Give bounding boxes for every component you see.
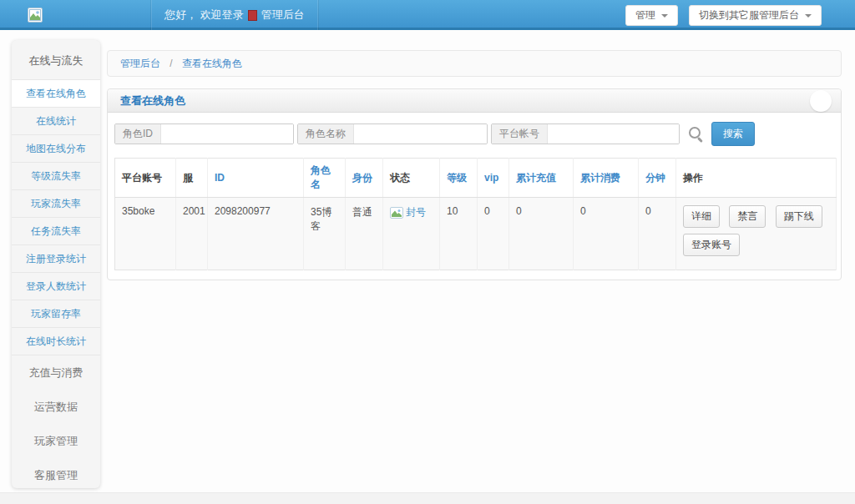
welcome-suffix: 管理后台: [261, 0, 305, 30]
manage-dropdown-label: 管理: [635, 8, 655, 23]
sidebar-item-login-count-stats[interactable]: 登录人数统计: [12, 272, 100, 300]
cell-actions: 详细 禁言 踢下线 登录账号: [676, 198, 837, 270]
cell-total-consume: 0: [574, 198, 639, 270]
cell-server: 2001: [176, 198, 208, 270]
col-vip[interactable]: vip: [478, 159, 509, 198]
col-identity[interactable]: 身份: [346, 159, 383, 198]
broken-image-badge-icon: [248, 10, 257, 21]
role-id-input-group: 角色ID: [114, 123, 294, 144]
cell-role-name: 35博客: [304, 198, 346, 270]
breadcrumb-separator: /: [169, 58, 172, 69]
chevron-down-icon: [805, 14, 812, 21]
online-roles-table: 平台账号 服 ID 角色名 身份 状态 等级 vip 累计充值 累计消费 分钟 …: [114, 158, 837, 270]
search-button[interactable]: 搜索: [711, 122, 755, 146]
cell-id: 2098200977: [208, 198, 304, 270]
role-name-label: 角色名称: [298, 124, 354, 144]
sidebar-section-player-management[interactable]: 玩家管理: [12, 424, 100, 458]
col-minutes[interactable]: 分钟: [639, 159, 676, 198]
col-server: 服: [176, 159, 208, 198]
cell-identity: 普通: [346, 198, 383, 270]
chevron-down-icon: [661, 14, 668, 21]
switch-server-dropdown-button[interactable]: 切换到其它服管理后台: [689, 5, 822, 26]
topbar: 您好， 欢迎登录 管理后台 管理 切换到其它服管理后台: [0, 0, 855, 30]
sidebar-item-player-churn-rate[interactable]: 玩家流失率: [12, 189, 100, 217]
admin-backend-screen: 您好， 欢迎登录 管理后台 管理 切换到其它服管理后台 在线与流失 查看在线角色…: [0, 0, 855, 504]
ban-account-link[interactable]: 封号: [406, 205, 426, 219]
col-id[interactable]: ID: [208, 159, 304, 198]
panel-toggle-circle[interactable]: [810, 90, 832, 112]
cell-total-recharge: 0: [509, 198, 574, 270]
sidebar-item-online-duration-stats[interactable]: 在线时长统计: [12, 327, 100, 355]
kick-offline-button[interactable]: 踢下线: [776, 205, 822, 228]
platform-account-input[interactable]: [548, 124, 679, 144]
sidebar-item-online-stats[interactable]: 在线统计: [12, 107, 100, 134]
cell-status: 封号: [383, 198, 440, 270]
sidebar-item-quest-churn-rate[interactable]: 任务流失率: [12, 217, 100, 244]
sidebar-item-level-churn-rate[interactable]: 等级流失率: [12, 162, 100, 189]
panel-title: 查看在线角色: [120, 93, 185, 108]
breadcrumb: 管理后台 / 查看在线角色: [107, 50, 842, 77]
login-account-button[interactable]: 登录账号: [683, 234, 740, 256]
page-footer-strip: [0, 492, 855, 504]
sidebar-item-map-online-distribution[interactable]: 地图在线分布: [12, 134, 100, 162]
table-row: 35boke 2001 2098200977 35博客 普通: [115, 198, 837, 270]
welcome-text: 您好， 欢迎登录 管理后台: [150, 0, 319, 30]
broken-image-icon: [28, 8, 43, 23]
switch-server-label: 切换到其它服管理后台: [699, 8, 799, 23]
broken-image-icon: [390, 207, 403, 219]
cell-level: 10: [440, 198, 478, 270]
role-name-input[interactable]: [354, 124, 487, 144]
sidebar-section-online-churn[interactable]: 在线与流失: [12, 40, 100, 79]
search-form: 角色ID 角色名称 平台帐号 搜索: [108, 113, 841, 150]
welcome-prefix: 您好， 欢迎登录: [164, 0, 244, 30]
sidebar-item-register-login-stats[interactable]: 注册登录统计: [12, 244, 100, 272]
cell-vip: 0: [478, 198, 509, 270]
sidebar-section-operations-data[interactable]: 运营数据: [12, 390, 100, 424]
search-icon[interactable]: [687, 125, 706, 144]
breadcrumb-root-link[interactable]: 管理后台: [120, 58, 160, 69]
sidebar-item-player-retention-rate[interactable]: 玩家留存率: [12, 300, 100, 327]
col-actions: 操作: [676, 159, 837, 198]
manage-dropdown-button[interactable]: 管理: [625, 5, 678, 26]
role-id-label: 角色ID: [115, 124, 161, 144]
breadcrumb-current-link[interactable]: 查看在线角色: [182, 58, 242, 69]
topbar-actions: 管理 切换到其它服管理后台: [625, 5, 822, 26]
detail-button[interactable]: 详细: [683, 205, 720, 228]
col-level[interactable]: 等级: [440, 159, 478, 198]
cell-platform-account: 35boke: [115, 198, 176, 270]
role-name-input-group: 角色名称: [297, 123, 488, 144]
col-total-consume[interactable]: 累计消费: [574, 159, 639, 198]
col-platform-account: 平台账号: [115, 159, 176, 198]
role-id-input[interactable]: [161, 124, 293, 144]
col-status: 状态: [383, 159, 440, 198]
panel-header: 查看在线角色: [108, 89, 841, 113]
col-role-name[interactable]: 角色名: [304, 159, 346, 198]
cell-minutes: 0: [639, 198, 676, 270]
col-total-recharge[interactable]: 累计充值: [509, 159, 574, 198]
mute-button[interactable]: 禁言: [729, 205, 766, 228]
results-table-wrap: 平台账号 服 ID 角色名 身份 状态 等级 vip 累计充值 累计消费 分钟 …: [108, 150, 841, 270]
sidebar-section-recharge-consume[interactable]: 充值与消费: [12, 355, 100, 390]
platform-account-input-group: 平台帐号: [491, 123, 680, 144]
sidebar: 在线与流失 查看在线角色 在线统计 地图在线分布 等级流失率 玩家流失率 任务流…: [12, 40, 100, 488]
table-header-row: 平台账号 服 ID 角色名 身份 状态 等级 vip 累计充值 累计消费 分钟 …: [115, 159, 837, 198]
sidebar-section-customer-service[interactable]: 客服管理: [12, 458, 100, 488]
main-content: 管理后台 / 查看在线角色 查看在线角色 角色ID 角色名称 平台帐号: [107, 50, 842, 280]
platform-account-label: 平台帐号: [492, 124, 548, 144]
sidebar-item-view-online-roles[interactable]: 查看在线角色: [12, 79, 100, 107]
online-roles-panel: 查看在线角色 角色ID 角色名称 平台帐号 搜索: [107, 88, 842, 280]
